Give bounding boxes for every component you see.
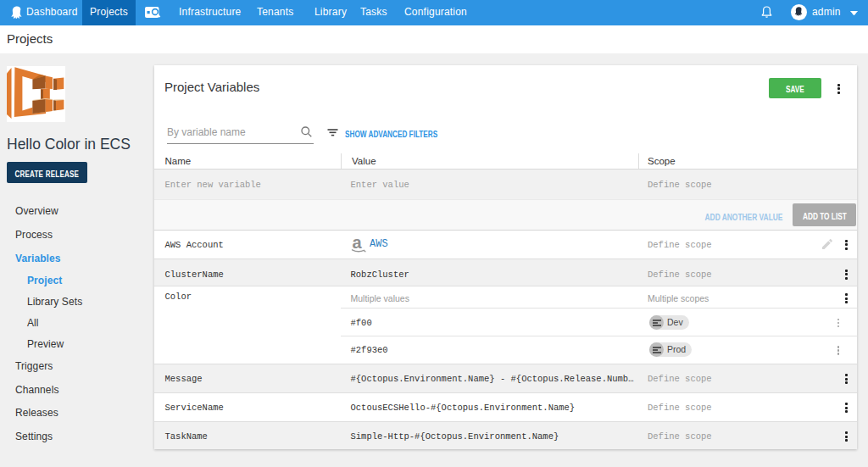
svg-text:a: a — [353, 238, 363, 252]
